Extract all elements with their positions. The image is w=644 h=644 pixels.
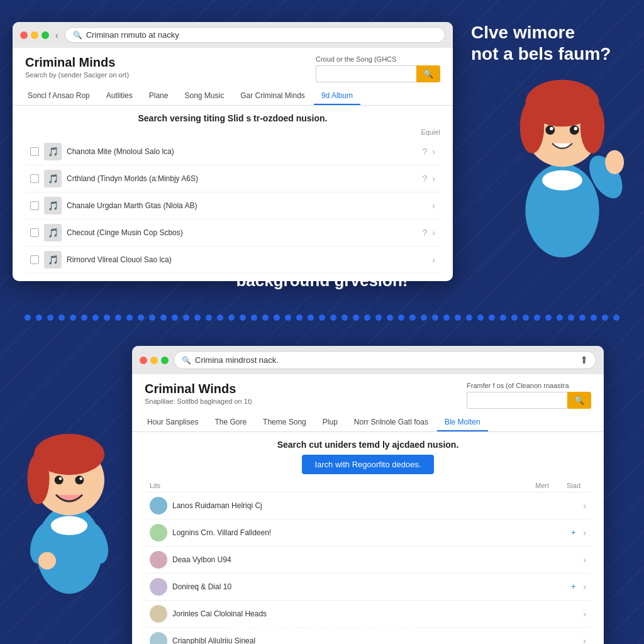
callout-line2: not a bels faum?: [471, 43, 635, 65]
dot: [409, 314, 416, 321]
result-row[interactable]: Deaa Vylbon U94 ›: [145, 547, 591, 574]
svg-point-6: [570, 125, 579, 135]
tab-soncl[interactable]: Soncl f Ansao Rop: [20, 87, 97, 105]
character-bottom: [6, 421, 132, 597]
thumb-4: 🎵: [44, 224, 62, 242]
svg-point-17: [75, 475, 84, 484]
dot: [285, 314, 291, 321]
col-name: Lits: [150, 482, 523, 489]
middle-text: Blue smick mimble fessert background grv…: [219, 252, 425, 291]
chevron-icon-5: ›: [432, 255, 435, 265]
checkbox[interactable]: [30, 147, 39, 156]
tab-the-gore[interactable]: The Gore: [207, 414, 254, 431]
dot: [557, 314, 563, 321]
result-item[interactable]: 🎵 Chanota Mite (Mnoloul Salo lca) ? ›: [25, 138, 440, 165]
results-label: Equiel: [25, 128, 440, 136]
dot: [183, 314, 189, 321]
tab-hour[interactable]: Hour Sanplises: [140, 414, 206, 431]
tab-theme-song[interactable]: Theme Song: [255, 414, 314, 431]
tab-9d-album[interactable]: 9d Album: [314, 87, 360, 105]
dot: [341, 314, 348, 321]
site-search-input-bottom[interactable]: [467, 392, 567, 409]
tab-ble-molten[interactable]: Ble Molten: [437, 414, 488, 431]
url-bar[interactable]: 🔍 Criminan rnmuto at nacky: [65, 27, 445, 43]
site-search-button[interactable]: 🔍: [416, 65, 440, 82]
chevron-icon-2: ›: [432, 174, 435, 184]
dot: [160, 314, 167, 321]
search-with-button[interactable]: Iarch with Regoorfito dedoes.: [302, 455, 433, 474]
svg-point-18: [59, 477, 62, 480]
dot: [240, 314, 246, 321]
svg-point-23: [38, 552, 56, 570]
result-name-b2: Lognins Crn. Villard Falldeen!: [172, 528, 566, 537]
dot: [149, 314, 155, 321]
middle-line2: background grvesion!: [219, 271, 425, 291]
minimize-button-b[interactable]: [150, 357, 158, 364]
svg-point-22: [51, 516, 87, 535]
url-text-bottom: Crimina mindrost nack.: [195, 355, 279, 365]
checkbox[interactable]: [30, 228, 39, 237]
checkbox[interactable]: [30, 255, 39, 264]
result-name-b6: Crianphibl Aliulriiu Sineal: [172, 636, 578, 644]
avatar-1: [150, 497, 167, 514]
dot: [568, 314, 574, 321]
result-item[interactable]: 🎵 Crthland (Tindyn Morlds (a:Minbjy A6S)…: [25, 165, 440, 192]
url-bar-bottom[interactable]: 🔍 Crimina mindrost nack. ⬆: [174, 351, 596, 369]
window-controls: [20, 31, 49, 39]
add-icon: +: [571, 528, 575, 537]
dot: [47, 314, 53, 321]
character-svg-bottom: [6, 421, 132, 597]
tab-norr[interactable]: Norr Snlnole Gatl foas: [347, 414, 436, 431]
tab-song-music[interactable]: Song Music: [177, 87, 231, 105]
dot: [466, 314, 472, 321]
dot: [296, 314, 303, 321]
dot: [228, 314, 235, 321]
dot: [613, 314, 619, 321]
back-button[interactable]: ‹: [54, 30, 60, 40]
site-search-button-bottom[interactable]: 🔍: [567, 392, 591, 409]
close-button[interactable]: [20, 31, 28, 39]
nav-tabs-bottom: Hour Sanplises The Gore Theme Song Plup …: [132, 414, 604, 432]
result-row[interactable]: Lanos Ruidaman Helriqi Cj ›: [145, 492, 591, 519]
site-search-input[interactable]: [316, 65, 416, 82]
dot: [138, 314, 144, 321]
svg-point-15: [28, 453, 50, 504]
dot: [104, 314, 110, 321]
thumb-2: 🎵: [44, 170, 62, 187]
dot: [262, 314, 269, 321]
checkbox[interactable]: [30, 174, 39, 183]
callout-line1: Clve wimore: [471, 22, 635, 43]
search-label-bottom: Framfer f os (of Cleanon rnaastra: [467, 382, 591, 389]
thumb-3: 🎵: [44, 197, 62, 214]
dot: [126, 314, 133, 321]
top-browser-window: ‹ 🔍 Criminan rnmuto at nacky Criminal Mi…: [13, 22, 453, 281]
result-name-b1: Lanos Ruidaman Helriqi Cj: [172, 501, 578, 510]
checkbox[interactable]: [30, 201, 39, 210]
maximize-button-b[interactable]: [161, 357, 169, 364]
tab-autlities[interactable]: Autlities: [99, 87, 140, 105]
question-icon-2: ?: [423, 174, 428, 184]
svg-point-3: [520, 100, 544, 153]
tab-plane[interactable]: Plane: [142, 87, 176, 105]
chevron-icon-1: ›: [432, 147, 435, 157]
result-item[interactable]: 🎵 Chanale Urgdan Marth Gtas (Nlola AB) ›: [25, 192, 440, 219]
tab-gar-criminal[interactable]: Gar Criminal Minds: [233, 87, 313, 105]
result-row[interactable]: Lognins Crn. Villard Falldeen! + ›: [145, 519, 591, 547]
maximize-button[interactable]: [42, 31, 49, 39]
dot: [511, 314, 518, 321]
dot: [251, 314, 257, 321]
site-identity-bottom: Criminal Winds Snaplilae: Soitlbd baglna…: [145, 382, 252, 405]
close-button-b[interactable]: [140, 357, 147, 364]
dot: [545, 314, 552, 321]
tab-plup[interactable]: Plup: [315, 414, 345, 431]
result-item[interactable]: 🎵 Checout (Cinge Musin Cop Scbos) ? ›: [25, 219, 440, 247]
minimize-button[interactable]: [31, 31, 38, 39]
dot: [274, 314, 280, 321]
upload-icon: ⬆: [580, 354, 588, 366]
result-name-3: Chanale Urgdan Marth Gtas (Nlola AB): [67, 201, 427, 210]
avatar-4: [150, 578, 167, 596]
result-row[interactable]: Donireq & Dial 10 + ›: [145, 574, 591, 601]
result-name-2: Crthland (Tindyn Morlds (a:Minbjy A6S): [67, 174, 418, 183]
site-header: Criminal Minds Search by (sender Saciger…: [13, 48, 453, 87]
browser-chrome: ‹ 🔍 Criminan rnmuto at nacky: [13, 22, 453, 48]
